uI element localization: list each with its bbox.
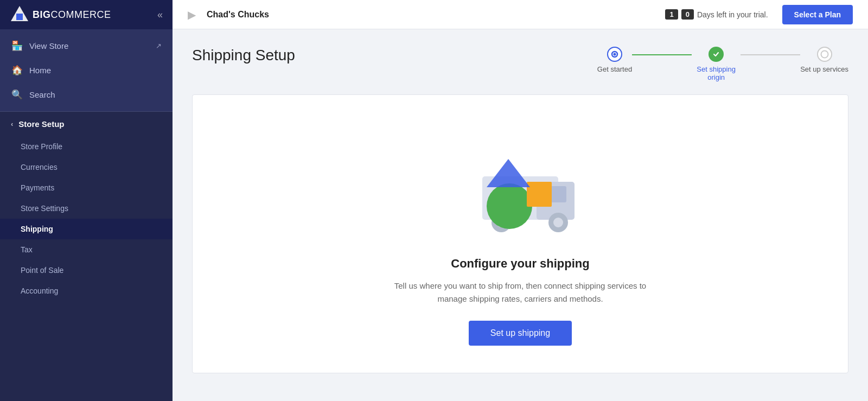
select-plan-button[interactable]: Select a Plan (782, 5, 853, 24)
trial-days-2: 0 (681, 9, 694, 20)
card-heading: Configure your shipping (451, 257, 589, 271)
svg-rect-1 (16, 14, 23, 20)
step-connector-2 (741, 54, 800, 55)
sidebar-item-label: Search (29, 90, 55, 99)
sidebar-item-view-store[interactable]: 🏪 View Store ↗ (0, 34, 173, 58)
step-circle-shipping-origin (709, 47, 724, 62)
search-icon: 🔍 (11, 89, 23, 100)
svg-marker-15 (487, 159, 530, 187)
trial-text: Days left in your trial. (697, 10, 768, 19)
step-get-started: Get started (597, 47, 632, 73)
step-label-services: Set up services (800, 65, 848, 73)
setup-shipping-button[interactable]: Set up shipping (469, 321, 572, 346)
store-name: Chad's Chucks (207, 10, 656, 20)
step-set-up-services: Set up services (800, 47, 848, 73)
sidebar-section-label: Store Setup (18, 119, 64, 129)
sidebar-item-search[interactable]: 🔍 Search (0, 82, 173, 107)
content-area: Shipping Setup Get started Set (173, 29, 868, 391)
home-icon: 🏠 (11, 65, 23, 76)
svg-rect-14 (527, 182, 552, 207)
svg-point-12 (553, 218, 563, 227)
svg-point-5 (821, 51, 828, 58)
sidebar-header: BIGCOMMERCE « (0, 0, 173, 29)
stepper: Get started Set shipping origin (597, 47, 848, 81)
card-description: Tell us where you want to ship from, the… (379, 279, 661, 305)
play-icon: ▶ (188, 8, 196, 21)
sidebar-item-shipping[interactable]: Shipping (0, 219, 173, 239)
sidebar-item-store-profile[interactable]: Store Profile (0, 136, 173, 157)
step-circle-get-started (607, 47, 622, 62)
section-arrow-icon: ‹ (11, 120, 13, 128)
shipping-setup-card: Configure your shipping Tell us where yo… (192, 94, 848, 373)
sidebar-item-point-of-sale[interactable]: Point of Sale (0, 260, 173, 281)
svg-point-3 (613, 53, 616, 56)
sidebar-collapse-button[interactable]: « (157, 9, 163, 21)
svg-point-13 (487, 183, 532, 229)
logo-text: BIGCOMMERCE (33, 9, 111, 21)
step-circle-services (817, 47, 832, 62)
sidebar-item-store-settings[interactable]: Store Settings (0, 198, 173, 219)
sidebar-item-home[interactable]: 🏠 Home (0, 58, 173, 82)
truck-illustration (450, 122, 591, 241)
external-link-icon: ↗ (156, 42, 162, 50)
step-label-shipping-origin: Set shipping origin (692, 65, 741, 81)
topbar: ▶ Chad's Chucks 1 0 Days left in your tr… (173, 0, 868, 29)
sidebar-item-accounting[interactable]: Accounting (0, 281, 173, 301)
sidebar-nav-top: 🏪 View Store ↗ 🏠 Home 🔍 Search (0, 29, 173, 112)
bigcommerce-logo-icon (10, 5, 29, 24)
sidebar-item-payments[interactable]: Payments (0, 177, 173, 198)
sidebar-section-header[interactable]: ‹ Store Setup (0, 112, 173, 136)
trial-badge: 1 0 Days left in your trial. (665, 9, 768, 20)
sidebar-item-tax[interactable]: Tax (0, 239, 173, 260)
sidebar-section-store-setup: ‹ Store Setup Store Profile Currencies P… (0, 112, 173, 401)
step-label-get-started: Get started (597, 65, 632, 73)
step-set-shipping-origin: Set shipping origin (692, 47, 741, 81)
page-title: Shipping Setup (192, 47, 295, 64)
sidebar-item-label: View Store (29, 41, 68, 50)
sidebar-item-label: Home (29, 66, 51, 75)
logo: BIGCOMMERCE (10, 5, 111, 24)
sidebar: BIGCOMMERCE « 🏪 View Store ↗ 🏠 Home 🔍 Se… (0, 0, 173, 401)
main-content: ▶ Chad's Chucks 1 0 Days left in your tr… (173, 0, 868, 401)
trial-days-1: 1 (665, 9, 678, 20)
step-connector-1 (632, 54, 692, 55)
store-icon: 🏪 (11, 40, 23, 52)
sidebar-item-currencies[interactable]: Currencies (0, 157, 173, 177)
